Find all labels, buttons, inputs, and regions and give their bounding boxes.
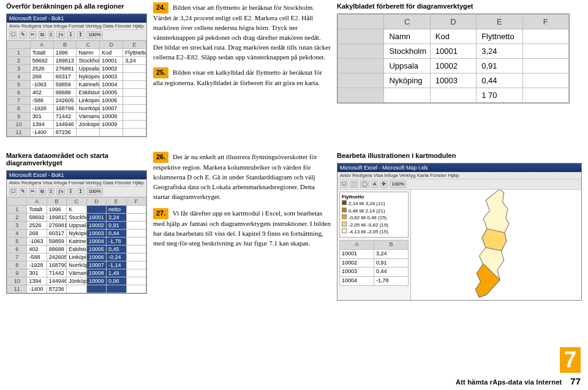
sheet1-toolbar[interactable]: ☐✎✂⧉Σƒx↧↥100% xyxy=(7,29,146,40)
cell[interactable]: Nyköping xyxy=(77,73,100,81)
cell[interactable]: 0,91 xyxy=(477,59,522,73)
cell[interactable]: 10004 xyxy=(86,238,106,246)
table-row[interactable]: 1Totalt1996Knetto xyxy=(7,206,146,214)
col-header[interactable]: A xyxy=(27,198,47,206)
table-row[interactable]: 7-588242605Linköping10006 xyxy=(7,97,146,105)
cell[interactable] xyxy=(123,65,146,73)
cell[interactable]: 3,24 xyxy=(123,57,146,65)
map-canvas[interactable] xyxy=(411,190,581,300)
col-header[interactable]: C xyxy=(384,15,430,29)
cell[interactable]: Uppsala xyxy=(384,59,430,73)
cell[interactable]: 276881 xyxy=(53,65,77,73)
cell[interactable] xyxy=(126,206,146,214)
cell[interactable]: 10006 xyxy=(100,97,123,105)
table-row[interactable]: 101394144946Jönköping10009 xyxy=(7,121,146,129)
table-row[interactable]: 640288688Eskilstuna10005 xyxy=(7,89,146,97)
cell[interactable]: Kod xyxy=(100,49,123,57)
cell[interactable]: Katrineholm xyxy=(77,81,100,89)
cell[interactable]: 276881 xyxy=(47,222,66,230)
cell[interactable]: 402 xyxy=(27,246,47,253)
col-header[interactable]: C xyxy=(77,41,100,49)
col-header[interactable]: E xyxy=(477,15,522,29)
cell[interactable]: 10001 xyxy=(86,214,106,222)
cell[interactable]: Flyttnetto xyxy=(477,29,522,44)
cell[interactable]: 87236 xyxy=(47,285,66,293)
map-toolbar[interactable]: ☐⬚◯A✜100% xyxy=(337,179,581,190)
row-header[interactable]: 5 xyxy=(7,81,31,89)
row-header[interactable]: 1 xyxy=(7,206,27,214)
cell[interactable]: Uppsala xyxy=(77,65,100,73)
cell[interactable]: 71442 xyxy=(53,113,77,121)
row-header[interactable]: 11 xyxy=(7,129,31,137)
table-row[interactable]: 7-588242605Linköping10006-0,24 xyxy=(7,253,146,261)
cell[interactable]: 1 70 xyxy=(477,88,522,103)
table-row[interactable]: 11-140087236 xyxy=(7,285,146,293)
cell[interactable]: Nyköping xyxy=(384,73,430,88)
col-header[interactable]: D xyxy=(430,15,476,29)
row-header[interactable]: 7 xyxy=(7,97,31,105)
cell[interactable]: Stockholm xyxy=(67,214,86,222)
row-header[interactable] xyxy=(338,29,384,44)
row-header[interactable]: 3 xyxy=(7,65,31,73)
row-header[interactable]: 5 xyxy=(7,238,27,246)
table-row[interactable]: Nyköping100030,44 xyxy=(338,73,569,88)
cell[interactable]: -1063 xyxy=(27,238,47,246)
cell[interactable] xyxy=(86,206,106,214)
row-header[interactable]: 4 xyxy=(7,73,31,81)
cell[interactable]: 59859 xyxy=(47,238,66,246)
cell[interactable]: 301 xyxy=(30,113,53,121)
cell[interactable]: 10007 xyxy=(100,105,123,113)
cell[interactable] xyxy=(126,253,146,261)
cell[interactable] xyxy=(77,129,100,137)
row-header[interactable]: 9 xyxy=(7,269,27,277)
row-header[interactable] xyxy=(338,73,384,88)
cell[interactable] xyxy=(126,246,146,253)
cell[interactable]: 268 xyxy=(30,73,53,81)
row-header[interactable]: 10 xyxy=(7,277,27,285)
cell[interactable]: 10002 xyxy=(100,65,123,73)
table-row[interactable]: 8-1928168799Norrköping10007-1,14 xyxy=(7,261,146,269)
sheet-big-grid[interactable]: CDEFNamnKodFlyttnettoStockholm100013,24U… xyxy=(337,14,569,103)
cell[interactable]: 144946 xyxy=(47,277,66,285)
cell[interactable]: -1928 xyxy=(30,105,53,113)
cell[interactable]: Namn xyxy=(384,29,430,44)
row-header[interactable]: 6 xyxy=(7,89,31,97)
cell[interactable] xyxy=(126,261,146,269)
cell[interactable] xyxy=(123,73,146,81)
cell[interactable]: 88688 xyxy=(53,89,77,97)
cell[interactable]: 10004 xyxy=(100,81,123,89)
cell[interactable]: 10007 xyxy=(86,261,106,269)
table-row[interactable]: NamnKodFlyttnetto xyxy=(338,29,569,44)
col-header[interactable] xyxy=(7,198,27,206)
cell[interactable]: K xyxy=(67,206,86,214)
cell[interactable]: 144946 xyxy=(53,121,77,129)
row-header[interactable]: 3 xyxy=(7,222,27,230)
cell[interactable]: -588 xyxy=(30,97,53,105)
col-header[interactable] xyxy=(7,41,31,49)
cell[interactable]: 168799 xyxy=(53,105,77,113)
cell[interactable]: 242605 xyxy=(53,97,77,105)
cell[interactable]: 0,44 xyxy=(477,73,522,88)
cell[interactable]: Eskilstuna xyxy=(77,89,100,97)
cell[interactable]: Namn xyxy=(77,49,100,57)
cell[interactable]: 0,96 xyxy=(107,277,126,285)
cell[interactable]: 10005 xyxy=(100,89,123,97)
cell[interactable]: 3,24 xyxy=(477,44,522,59)
table-row[interactable]: 258692189813Stockholm100013,24 xyxy=(7,214,146,222)
cell[interactable]: Linköping xyxy=(67,253,86,261)
cell[interactable] xyxy=(107,285,126,293)
cell[interactable]: Jönköping xyxy=(77,121,100,129)
cell[interactable]: 402 xyxy=(30,89,53,97)
sheet1-grid[interactable]: ABCDE1Totalt1996NamnKodFlyttnetto2586921… xyxy=(7,40,146,137)
cell[interactable]: Kod xyxy=(430,29,476,44)
cell[interactable] xyxy=(123,113,146,121)
cell[interactable]: 10003 xyxy=(430,73,476,88)
cell[interactable]: -1,78 xyxy=(107,238,126,246)
cell[interactable]: 1394 xyxy=(30,121,53,129)
table-row[interactable]: 5-106359859Katrineholm10004 xyxy=(7,81,146,89)
cell[interactable]: 60317 xyxy=(53,73,77,81)
table-row[interactable]: 1Totalt1996NamnKodFlyttnetto xyxy=(7,49,146,57)
col-header[interactable]: B xyxy=(47,198,66,206)
cell[interactable]: 60317 xyxy=(47,230,66,238)
sheet2-menubar[interactable]: Arkiv Redigera Visa Infoga Format Verkty… xyxy=(7,179,146,186)
